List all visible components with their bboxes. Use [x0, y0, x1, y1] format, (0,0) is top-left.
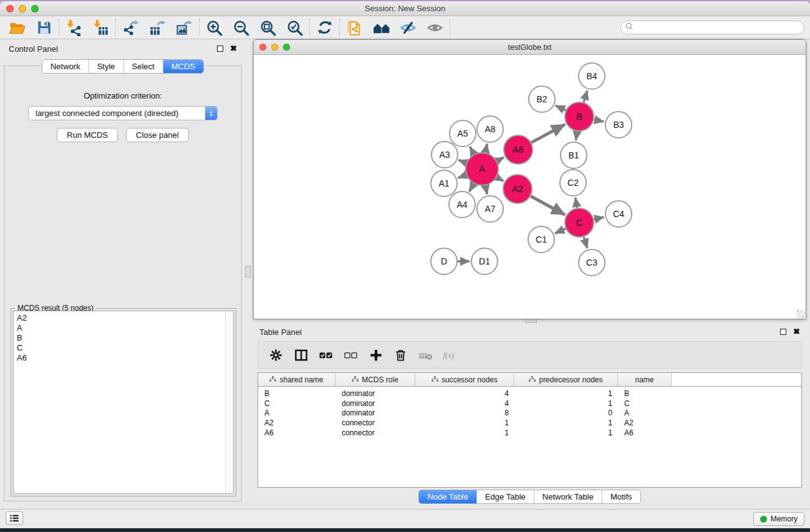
tab-motifs[interactable]: Motifs — [602, 490, 640, 503]
export-image-button[interactable] — [171, 17, 198, 38]
close-panel-icon[interactable]: ✖ — [230, 46, 237, 52]
graph-edge-A6-B[interactable] — [531, 124, 565, 142]
network-canvas[interactable]: AA1A2A3A4A5A6A7A8BB1B2B3B4CC1C2C3C4DD1 — [254, 56, 805, 318]
column-header-predecessor-nodes[interactable]: predecessor nodes — [514, 373, 618, 386]
refresh-button[interactable] — [311, 17, 338, 38]
show-details-button[interactable] — [422, 17, 448, 38]
graph-edge-C-C1[interactable] — [555, 229, 566, 234]
graph-node-C2[interactable]: C2 — [560, 170, 586, 196]
export-network-button[interactable] — [117, 17, 144, 38]
tab-node-table[interactable]: Node Table — [419, 490, 477, 503]
graph-node-C1[interactable]: C1 — [528, 226, 554, 253]
graph-node-B3[interactable]: B3 — [605, 112, 632, 138]
tab-select[interactable]: Select — [124, 60, 163, 73]
task-history-button[interactable] — [6, 511, 23, 525]
table-row[interactable]: Adominator80A — [258, 409, 801, 418]
close-view-icon[interactable] — [259, 44, 266, 51]
zoom-view-icon[interactable] — [283, 44, 290, 51]
scrollbar[interactable] — [225, 311, 233, 493]
graph-node-A1[interactable]: A1 — [431, 170, 457, 196]
graph-node-D1[interactable]: D1 — [471, 248, 498, 274]
resize-grip-icon[interactable] — [797, 310, 805, 318]
close-window-icon[interactable] — [6, 5, 14, 12]
column-header-shared-name[interactable]: shared name — [258, 373, 335, 386]
graph-node-A8[interactable]: A8 — [477, 116, 503, 142]
graph-edge-A2-C[interactable] — [531, 196, 565, 215]
zoom-fit-button[interactable] — [254, 17, 281, 38]
deselect-all-button[interactable] — [342, 347, 359, 364]
column-header-MCDS-role[interactable]: MCDS role — [335, 373, 415, 386]
graph-node-C[interactable]: C — [565, 208, 594, 237]
graph-edge-B-B1[interactable] — [576, 132, 577, 140]
criterion-select[interactable]: largest connected component (directed) ▲… — [28, 106, 218, 120]
tab-network-table[interactable]: Network Table — [534, 490, 602, 503]
select-all-button[interactable] — [317, 347, 334, 364]
zoom-in-button[interactable] — [201, 17, 228, 38]
save-session-button[interactable] — [31, 17, 57, 38]
graph-edge-C-C4[interactable] — [594, 217, 604, 220]
graph-node-B[interactable]: B — [565, 102, 594, 131]
minimize-view-icon[interactable] — [271, 44, 278, 51]
column-view-button[interactable] — [292, 347, 309, 364]
mcds-result-item[interactable]: A6 — [17, 353, 225, 363]
mcds-result-item[interactable]: C — [17, 343, 225, 353]
column-header-successor-nodes[interactable]: successor nodes — [415, 373, 514, 386]
float-panel-icon[interactable] — [217, 46, 223, 52]
graph-node-A[interactable]: A — [466, 153, 498, 185]
zoom-window-icon[interactable] — [31, 5, 39, 12]
graph-edge-B-B2[interactable] — [556, 105, 566, 110]
table-row[interactable]: A2connector11A2 — [258, 418, 801, 428]
import-table-button[interactable] — [87, 17, 114, 38]
tab-edge-table[interactable]: Edge Table — [477, 490, 534, 503]
search-box[interactable] — [620, 21, 804, 34]
zoom-selected-button[interactable] — [281, 17, 308, 38]
mcds-result-item[interactable]: A2 — [17, 313, 225, 323]
tab-mcds[interactable]: MCDS — [163, 60, 203, 73]
vertical-splitter-handle[interactable] — [245, 266, 251, 278]
zoom-out-button[interactable] — [228, 17, 254, 38]
graph-edge-A-A7[interactable] — [485, 186, 487, 195]
export-table-button[interactable] — [144, 17, 171, 38]
graph-node-A6[interactable]: A6 — [504, 135, 533, 164]
graph-node-A7[interactable]: A7 — [477, 196, 503, 222]
close-panel-button[interactable]: Close panel — [126, 128, 189, 142]
graph-node-D[interactable]: D — [431, 248, 457, 274]
search-input[interactable] — [636, 23, 799, 32]
copy-network-button[interactable] — [341, 17, 368, 38]
graph-node-C3[interactable]: C3 — [579, 249, 605, 276]
mcds-result-item[interactable]: B — [17, 333, 225, 343]
float-table-panel-icon[interactable] — [780, 329, 786, 335]
graph-edge-A-A5[interactable] — [470, 147, 475, 154]
graph-node-A2[interactable]: A2 — [503, 175, 532, 203]
memory-button[interactable]: Memory — [753, 512, 804, 526]
hide-details-button[interactable] — [395, 17, 422, 38]
graph-node-C4[interactable]: C4 — [605, 201, 632, 227]
home-button[interactable] — [368, 17, 395, 38]
graph-node-A4[interactable]: A4 — [449, 191, 475, 218]
network-graph[interactable]: AA1A2A3A4A5A6A7A8BB1B2B3B4CC1C2C3C4DD1 — [254, 56, 805, 318]
graph-edge-B-B4[interactable] — [584, 90, 587, 102]
table-row[interactable]: Bdominator41B — [258, 389, 801, 399]
graph-node-B2[interactable]: B2 — [529, 86, 555, 112]
tab-style[interactable]: Style — [89, 60, 124, 73]
import-network-button[interactable] — [60, 17, 87, 38]
graph-edge-A-A4[interactable] — [470, 184, 474, 192]
tab-network[interactable]: Network — [42, 60, 89, 73]
graph-edge-C-C3[interactable] — [584, 237, 587, 248]
mcds-result-item[interactable]: A — [17, 323, 225, 333]
graph-edge-C-C2[interactable] — [576, 198, 577, 208]
add-column-button[interactable] — [367, 347, 384, 364]
graph-edge-A-A1[interactable] — [458, 175, 466, 178]
open-folder-button[interactable] — [4, 17, 31, 38]
graph-edge-A-A8[interactable] — [485, 144, 487, 153]
graph-edge-A-A3[interactable] — [458, 160, 466, 163]
column-header-name[interactable]: name — [618, 373, 672, 386]
table-row[interactable]: Cdominator41C — [258, 399, 801, 409]
graph-node-A3[interactable]: A3 — [432, 142, 458, 168]
settings-button[interactable] — [268, 347, 284, 364]
close-table-panel-icon[interactable]: ✖ — [793, 329, 800, 335]
graph-edge-B-B3[interactable] — [594, 120, 604, 122]
table-row[interactable]: A6connector11A6 — [258, 428, 801, 438]
graph-node-A5[interactable]: A5 — [450, 120, 476, 147]
delete-column-button[interactable] — [392, 347, 409, 364]
